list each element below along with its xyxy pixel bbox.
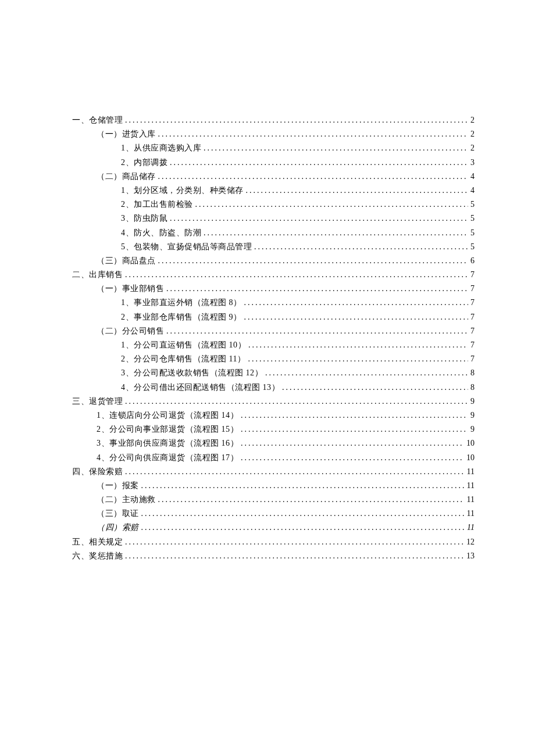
- toc-entry[interactable]: 五、相关规定12: [72, 538, 475, 546]
- toc-leader: [246, 187, 469, 195]
- toc-entry-page: 11: [467, 482, 475, 490]
- toc-entry-page: 7: [470, 341, 475, 349]
- toc-leader: [244, 313, 469, 321]
- toc-entry[interactable]: 三、退货管理9: [72, 397, 475, 406]
- document-page: 一、仓储管理2（一）进货入库21、从供应商选购入库22、内部调拨3（二）商品储存…: [0, 0, 535, 756]
- table-of-contents: 一、仓储管理2（一）进货入库21、从供应商选购入库22、内部调拨3（二）商品储存…: [72, 116, 475, 566]
- toc-entry-title: （三）商品盘点: [97, 257, 156, 265]
- toc-entry[interactable]: 2、加工出售前检验5: [72, 200, 475, 209]
- toc-entry[interactable]: 二、出库销售7: [72, 271, 475, 279]
- toc-entry[interactable]: 1、事业部直运外销（流程图 8）7: [72, 299, 475, 307]
- toc-entry-page: 2: [470, 144, 475, 152]
- toc-leader: [166, 327, 468, 335]
- toc-entry-title: 1、事业部直运外销（流程图 8）: [121, 299, 242, 307]
- toc-entry-title: 1、连锁店向分公司退货（流程图 14）: [97, 411, 238, 420]
- toc-entry[interactable]: 3、事业部向供应商退货（流程图 16）10: [72, 439, 475, 447]
- toc-entry-title: 一、仓储管理: [72, 116, 123, 124]
- toc-leader: [244, 299, 469, 307]
- toc-entry-page: 2: [470, 116, 475, 124]
- toc-entry-title: 2、加工出售前检验: [121, 200, 193, 209]
- toc-leader: [241, 439, 464, 447]
- toc-entry[interactable]: 2、分公司仓库销售（流程图 11）7: [72, 355, 475, 363]
- toc-entry-title: 4、防火、防盗、防潮: [121, 229, 201, 237]
- toc-leader: [125, 538, 464, 546]
- toc-leader: [158, 173, 469, 181]
- toc-entry-title: 1、从供应商选购入库: [121, 144, 201, 152]
- toc-entry-page: 13: [466, 552, 475, 560]
- toc-leader: [254, 243, 468, 251]
- toc-entry-page: 3: [470, 159, 475, 167]
- toc-leader: [158, 130, 469, 138]
- toc-leader: [282, 384, 468, 392]
- toc-entry-page: 10: [466, 454, 475, 462]
- toc-entry-title: 4、分公司向供应商退货（流程图 17）: [97, 454, 238, 462]
- toc-entry-page: 2: [470, 130, 475, 138]
- toc-entry-page: 5: [470, 229, 475, 237]
- toc-entry[interactable]: 六、奖惩措施13: [72, 552, 475, 560]
- toc-leader: [204, 144, 468, 152]
- toc-entry-page: 7: [470, 271, 475, 279]
- toc-leader: [248, 341, 468, 349]
- toc-entry[interactable]: （二）商品储存4: [72, 173, 475, 181]
- toc-entry-page: 7: [470, 327, 475, 335]
- toc-entry[interactable]: （三）取证11: [72, 510, 475, 518]
- toc-entry-title: 2、分公司仓库销售（流程图 11）: [121, 355, 245, 363]
- toc-entry-page: 6: [470, 257, 475, 265]
- toc-entry-page: 9: [470, 397, 475, 406]
- toc-entry[interactable]: （四）索赔11: [72, 524, 475, 532]
- toc-entry-page: 11: [467, 524, 475, 532]
- toc-entry[interactable]: 1、分公司直运销售（流程图 10）7: [72, 341, 475, 349]
- toc-leader: [241, 411, 468, 420]
- toc-entry[interactable]: 2、内部调拨3: [72, 159, 475, 167]
- toc-entry[interactable]: 一、仓储管理2: [72, 116, 475, 124]
- toc-entry[interactable]: 4、分公司向供应商退货（流程图 17）10: [72, 454, 475, 462]
- toc-entry[interactable]: 4、分公司借出还回配送销售（流程图 13）8: [72, 384, 475, 392]
- toc-entry[interactable]: 1、从供应商选购入库2: [72, 144, 475, 152]
- toc-leader: [125, 552, 464, 560]
- toc-entry-title: （三）取证: [97, 510, 139, 518]
- toc-entry-title: （一）报案: [97, 482, 139, 490]
- toc-entry-title: 二、出库销售: [72, 271, 123, 279]
- toc-entry[interactable]: 2、分公司向事业部退货（流程图 15）9: [72, 425, 475, 433]
- toc-entry[interactable]: 1、连锁店向分公司退货（流程图 14）9: [72, 411, 475, 420]
- toc-leader: [125, 397, 468, 406]
- toc-entry-title: （二）分公司销售: [97, 327, 164, 335]
- toc-leader: [141, 482, 465, 490]
- toc-entry-title: 2、内部调拨: [121, 159, 167, 167]
- toc-entry-page: 7: [470, 355, 475, 363]
- toc-entry-page: 9: [470, 411, 475, 420]
- toc-entry[interactable]: 3、防虫防鼠5: [72, 214, 475, 223]
- toc-entry-page: 7: [470, 313, 475, 321]
- toc-entry-title: （一）进货入库: [97, 130, 156, 138]
- toc-leader: [170, 159, 468, 167]
- toc-entry[interactable]: 2、事业部仓库销售（流程图 9）7: [72, 313, 475, 321]
- toc-entry[interactable]: （一）进货入库2: [72, 130, 475, 138]
- toc-entry-page: 9: [470, 425, 475, 433]
- toc-entry[interactable]: （三）商品盘点6: [72, 257, 475, 265]
- toc-entry[interactable]: 4、防火、防盗、防潮5: [72, 229, 475, 237]
- toc-leader: [158, 257, 469, 265]
- toc-entry[interactable]: （一）报案11: [72, 482, 475, 490]
- toc-entry[interactable]: （一）事业部销售7: [72, 285, 475, 293]
- toc-entry[interactable]: 四、保险索赔11: [72, 468, 475, 476]
- toc-entry-title: 5、包装物、宣扬促销品等商品管理: [121, 243, 252, 251]
- toc-entry[interactable]: 1、划分区域，分类别、种类储存4: [72, 187, 475, 195]
- toc-entry-page: 5: [470, 214, 475, 223]
- toc-leader: [248, 355, 468, 363]
- toc-entry-page: 12: [466, 538, 475, 546]
- toc-entry-title: 3、分公司配送收款销售（流程图 12）: [121, 369, 263, 377]
- toc-leader: [125, 116, 468, 124]
- toc-entry[interactable]: 5、包装物、宣扬促销品等商品管理5: [72, 243, 475, 251]
- toc-entry-title: 四、保险索赔: [72, 468, 123, 476]
- toc-entry[interactable]: 3、分公司配送收款销售（流程图 12）8: [72, 369, 475, 377]
- toc-entry[interactable]: （二）分公司销售7: [72, 327, 475, 335]
- toc-entry-title: 1、划分区域，分类别、种类储存: [121, 187, 244, 195]
- toc-leader: [158, 496, 465, 504]
- toc-entry-title: （二）商品储存: [97, 173, 156, 181]
- toc-entry[interactable]: （二）主动施救11: [72, 496, 475, 504]
- toc-leader: [141, 524, 465, 532]
- toc-leader: [241, 454, 464, 462]
- toc-entry-title: （四）索赔: [97, 524, 139, 532]
- toc-leader: [141, 510, 465, 518]
- toc-entry-page: 4: [470, 187, 475, 195]
